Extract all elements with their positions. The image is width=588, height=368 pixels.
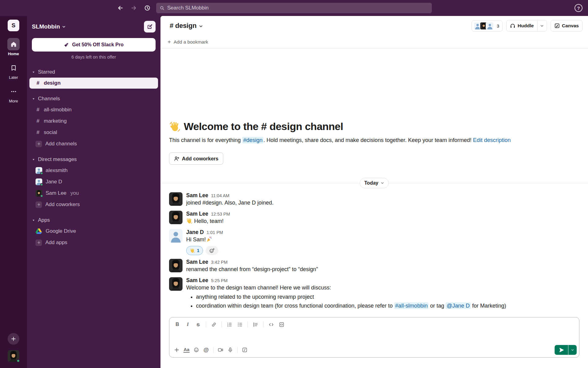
shortcuts-button[interactable]	[240, 345, 250, 355]
section-apps-header[interactable]: Apps	[27, 215, 160, 225]
message-author[interactable]: Sam Lee	[186, 211, 208, 217]
history-menu-button[interactable]	[142, 3, 153, 13]
link-button[interactable]	[209, 320, 219, 329]
presence-dot	[40, 194, 43, 197]
audio-clip-button[interactable]	[225, 345, 235, 355]
section-starred-header[interactable]: Starred	[27, 67, 160, 77]
edit-description-link[interactable]: Edit description	[473, 137, 511, 143]
history-back-button[interactable]	[115, 3, 126, 13]
channel-mention-link[interactable]: #design	[242, 137, 263, 144]
avatar[interactable]	[169, 259, 183, 272]
channel-description: This channel is for everything #design. …	[169, 136, 579, 144]
hash-icon: #	[36, 118, 40, 124]
sidebar-channel-design[interactable]: # design	[29, 78, 158, 89]
slack-app: Search SLMobbin ? S Home Later More	[0, 0, 588, 368]
message-bullet-list: anything related to the upcoming revamp …	[186, 293, 506, 310]
message-row: Sam Lee 11:04 AM joined #design. Also, J…	[160, 190, 588, 209]
caret-down-icon	[32, 219, 35, 222]
avatar[interactable]	[169, 211, 183, 224]
search-placeholder: Search SLMobbin	[167, 5, 209, 11]
hash-icon: #	[36, 107, 40, 113]
message-timestamp[interactable]: 12:53 PM	[211, 212, 230, 217]
google-drive-icon	[36, 228, 42, 234]
add-coworkers-sidebar-button[interactable]: Add coworkers	[29, 199, 158, 210]
create-new-button[interactable]	[8, 333, 19, 345]
message-input[interactable]	[169, 330, 579, 344]
app-google-drive[interactable]: Google Drive	[29, 226, 158, 237]
section-channels-header[interactable]: Channels	[27, 94, 160, 104]
italic-button[interactable]: I	[183, 320, 193, 329]
strikethrough-button[interactable]: S	[193, 320, 203, 329]
day-divider-button[interactable]: Today	[360, 178, 389, 188]
message-timestamp[interactable]: 11:04 AM	[211, 193, 229, 198]
blockquote-button[interactable]	[251, 320, 260, 329]
rail-item-later[interactable]: Later	[7, 62, 20, 80]
bold-button[interactable]: B	[172, 320, 182, 329]
dm-alexsmith[interactable]: alexsmith	[29, 165, 158, 176]
message-author[interactable]: Jane D	[186, 229, 204, 236]
huddle-options-button[interactable]	[537, 20, 547, 31]
send-split-button	[555, 345, 577, 355]
rail-item-more[interactable]: More	[7, 85, 20, 103]
search-bar[interactable]: Search SLMobbin	[156, 3, 432, 13]
presence-dot	[40, 183, 43, 186]
video-clip-button[interactable]	[216, 345, 225, 355]
channel-title-button[interactable]: # design	[167, 20, 205, 32]
add-apps-button[interactable]: Add apps	[29, 237, 158, 248]
plus-icon	[167, 40, 171, 44]
send-options-button[interactable]	[568, 345, 577, 355]
add-bookmark-button[interactable]: Add a bookmark	[160, 36, 588, 48]
inline-code-button[interactable]	[266, 320, 276, 329]
message-author[interactable]: Sam Lee	[186, 192, 208, 199]
dm-sam-lee[interactable]: Sam Lee you	[29, 188, 158, 199]
dm-jane-d[interactable]: Jane D	[29, 176, 158, 187]
mention-button[interactable]: @	[201, 345, 211, 355]
rail-item-home[interactable]: Home	[7, 38, 20, 56]
headphones-icon	[510, 23, 515, 29]
huddle-button[interactable]: Huddle	[507, 23, 537, 29]
slack-pro-offer-button[interactable]: Get 50% Off Slack Pro	[32, 38, 156, 52]
send-button[interactable]	[555, 345, 568, 355]
user-avatar-button[interactable]	[8, 350, 19, 362]
add-channels-button[interactable]: Add channels	[29, 138, 158, 149]
add-reaction-button[interactable]	[205, 246, 218, 255]
workspace-menu-button[interactable]: SLMobbin	[32, 23, 66, 30]
canvas-button[interactable]: Canvas	[551, 20, 582, 32]
code-block-button[interactable]	[277, 320, 286, 329]
compose-button[interactable]	[144, 21, 156, 33]
section-dms-header[interactable]: Direct messages	[27, 154, 160, 165]
bullet-list-icon	[237, 322, 243, 327]
formatting-toggle-button[interactable]: Aa	[182, 345, 191, 355]
members-button[interactable]: 3	[472, 20, 503, 32]
link-icon	[211, 322, 217, 327]
attach-plus-button[interactable]	[172, 345, 182, 355]
message-timestamp[interactable]: 1:01 PM	[206, 230, 223, 235]
avatar[interactable]	[169, 229, 183, 243]
avatar[interactable]	[169, 192, 183, 206]
message-timestamp[interactable]: 5:25 PM	[211, 278, 228, 283]
history-forward-button[interactable]	[129, 3, 139, 13]
sidebar-channel-social[interactable]: # social	[29, 127, 158, 138]
code-block-icon	[279, 322, 284, 327]
message-timestamp[interactable]: 3:42 PM	[211, 260, 228, 265]
message-author[interactable]: Sam Lee	[186, 277, 208, 284]
presence-dot	[16, 359, 20, 363]
channel-mention-link[interactable]: #all-slmobbin	[394, 302, 428, 309]
reaction-count: 1	[197, 248, 199, 253]
add-coworkers-button[interactable]: Add coworkers	[169, 152, 223, 165]
message-author[interactable]: Sam Lee	[186, 259, 208, 265]
emoji-button[interactable]	[191, 345, 201, 355]
message-row: Sam Lee 3:42 PM renamed the channel from…	[160, 257, 588, 275]
message-scroll-area[interactable]: Welcome to the # design channel This cha…	[160, 48, 588, 315]
bullet-list-button[interactable]	[235, 320, 245, 329]
dm-name: alexsmith	[46, 167, 68, 174]
user-mention-link[interactable]: @Jane D	[446, 302, 470, 309]
reaction-bar: 1	[186, 246, 223, 255]
sidebar-channel-all-slmobbin[interactable]: # all-slmobbin	[29, 104, 158, 115]
avatar[interactable]	[169, 277, 183, 291]
help-button[interactable]: ?	[575, 4, 582, 12]
sidebar-channel-marketing[interactable]: # marketing	[29, 116, 158, 127]
workspace-switcher-button[interactable]: S	[8, 20, 19, 31]
ordered-list-button[interactable]	[224, 320, 234, 329]
reaction-wave[interactable]: 1	[186, 246, 203, 255]
